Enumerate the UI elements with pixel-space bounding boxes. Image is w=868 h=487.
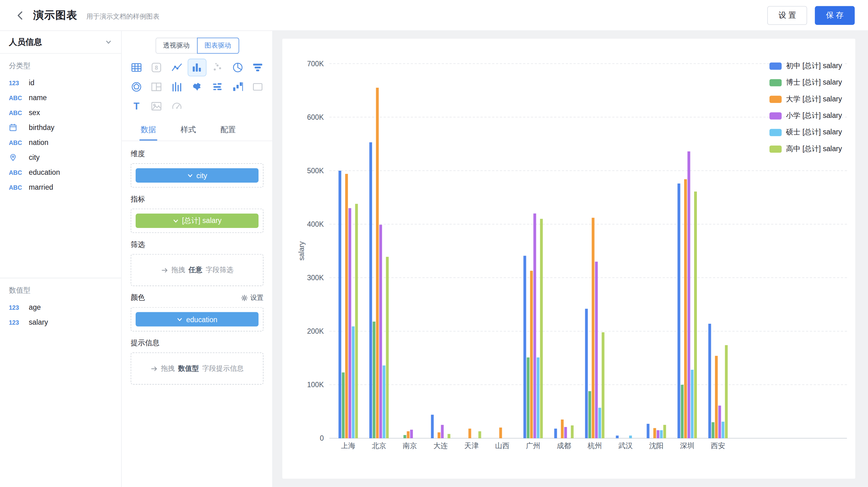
tab-style[interactable]: 样式	[180, 120, 197, 140]
color-pill-education[interactable]: education	[136, 312, 258, 327]
chart-bar[interactable]	[369, 142, 372, 439]
chart-bar[interactable]	[708, 324, 711, 438]
dataset-header[interactable]: 人员信息	[0, 31, 121, 54]
chart-bar[interactable]	[681, 385, 683, 438]
chart-bar[interactable]	[348, 208, 351, 438]
chart-bar[interactable]	[537, 357, 539, 438]
chart-bar[interactable]	[523, 256, 526, 438]
chart-bar[interactable]	[694, 192, 697, 438]
chart-bar[interactable]	[684, 179, 687, 438]
dimension-dropzone[interactable]: city	[131, 163, 264, 188]
chart-bar[interactable]	[530, 271, 533, 439]
chart-bar[interactable]	[345, 174, 348, 438]
chart-bar[interactable]	[554, 428, 557, 438]
radar-chart-icon[interactable]	[128, 79, 145, 95]
chart-bar[interactable]	[663, 425, 666, 438]
legend-item[interactable]: 博士 [总计] salary	[769, 77, 842, 87]
chart-bar[interactable]	[585, 309, 588, 438]
settings-button[interactable]: 设 置	[768, 6, 807, 25]
field-item-nation[interactable]: ABCnation	[0, 135, 121, 150]
chart-bar[interactable]	[404, 435, 406, 438]
metric-pill-salary[interactable]: [总计] salary	[136, 214, 258, 228]
chart-bar[interactable]	[571, 425, 574, 438]
chart-bar[interactable]	[499, 428, 502, 438]
map-chart-icon[interactable]	[188, 79, 206, 95]
legend-item[interactable]: 高中 [总计] salary	[769, 144, 842, 154]
chart-bar[interactable]	[383, 365, 385, 438]
legend-item[interactable]: 硕士 [总计] salary	[769, 127, 842, 137]
field-item-sex[interactable]: ABCsex	[0, 105, 121, 120]
chart-bar[interactable]	[431, 415, 434, 439]
chart-bar[interactable]	[629, 436, 632, 439]
mode-chart-driven[interactable]: 图表驱动	[197, 38, 239, 54]
chart-bar[interactable]	[373, 322, 375, 438]
chart-bar[interactable]	[561, 420, 564, 438]
chart-bar[interactable]	[407, 431, 410, 438]
chart-bar[interactable]	[339, 171, 341, 438]
chart-bar[interactable]	[478, 431, 481, 438]
legend-item[interactable]: 小学 [总计] salary	[769, 111, 842, 121]
table-icon[interactable]	[128, 59, 145, 75]
field-item-id[interactable]: 123id	[0, 75, 121, 90]
legend-item[interactable]: 初中 [总计] salary	[769, 61, 842, 71]
chart-bar[interactable]	[410, 430, 413, 439]
chart-bar[interactable]	[441, 425, 444, 438]
word-cloud-icon[interactable]	[209, 79, 226, 95]
chart-bar[interactable]	[468, 428, 471, 438]
color-dropzone[interactable]: education	[131, 307, 264, 331]
field-item-age[interactable]: 123age	[0, 300, 121, 315]
chart-bar[interactable]	[342, 372, 345, 439]
field-item-birthday[interactable]: birthday	[0, 120, 121, 135]
chart-bar[interactable]	[379, 225, 382, 439]
chart-bar[interactable]	[678, 184, 680, 438]
legend-item[interactable]: 大学 [总计] salary	[769, 94, 842, 104]
filter-dropzone[interactable]: 拖拽任意字段筛选	[131, 254, 264, 286]
tab-config[interactable]: 配置	[219, 120, 237, 140]
bar-chart-icon[interactable]	[188, 59, 206, 75]
chart-bar[interactable]	[602, 332, 604, 439]
field-item-name[interactable]: ABCname	[0, 90, 121, 105]
save-button[interactable]: 保 存	[815, 6, 855, 25]
chart-bar[interactable]	[721, 422, 724, 438]
chart-bar[interactable]	[687, 152, 690, 438]
chart-bar[interactable]	[725, 345, 728, 438]
line-chart-icon[interactable]	[168, 59, 186, 75]
back-button[interactable]	[13, 8, 28, 22]
mode-pivot-driven[interactable]: 透视驱动	[155, 38, 197, 54]
chart-bar[interactable]	[595, 262, 598, 438]
field-item-salary[interactable]: 123salary	[0, 315, 121, 330]
chart-bar[interactable]	[386, 257, 389, 438]
parallel-chart-icon[interactable]	[168, 79, 186, 95]
chart-bar[interactable]	[448, 434, 451, 438]
text-icon[interactable]: T	[128, 98, 145, 115]
chart-bar[interactable]	[718, 405, 721, 438]
tooltip-dropzone[interactable]: 拖拽数值型字段提示信息	[131, 352, 264, 384]
field-item-married[interactable]: ABCmarried	[0, 180, 121, 195]
metric-dropzone[interactable]: [总计] salary	[131, 209, 264, 233]
chart-bar[interactable]	[438, 432, 440, 438]
chart-bar[interactable]	[653, 428, 656, 439]
tab-data[interactable]: 数据	[140, 120, 157, 140]
field-item-education[interactable]: ABCeducation	[0, 165, 121, 180]
color-settings-link[interactable]: 设置	[241, 293, 264, 302]
waterfall-chart-icon[interactable]	[229, 79, 246, 95]
chart-bar[interactable]	[647, 424, 650, 438]
chart-bar[interactable]	[355, 204, 358, 438]
chart-bar[interactable]	[715, 356, 718, 438]
dimension-pill-city[interactable]: city	[136, 168, 258, 183]
chart-bar[interactable]	[657, 430, 659, 438]
field-item-city[interactable]: city	[0, 150, 121, 165]
chart-bar[interactable]	[352, 327, 355, 439]
funnel-chart-icon[interactable]	[249, 59, 267, 75]
pie-chart-icon[interactable]	[229, 59, 246, 75]
chart-bar[interactable]	[616, 436, 619, 439]
chart-bar[interactable]	[533, 213, 536, 438]
chart-bar[interactable]	[660, 430, 663, 438]
chart-bar[interactable]	[691, 370, 693, 438]
chart-bar[interactable]	[712, 422, 714, 439]
chart-bar[interactable]	[376, 88, 379, 438]
chart-bar[interactable]	[527, 357, 529, 438]
chart-bar[interactable]	[588, 391, 591, 438]
chart-bar[interactable]	[564, 427, 567, 438]
chart-bar[interactable]	[598, 408, 601, 438]
